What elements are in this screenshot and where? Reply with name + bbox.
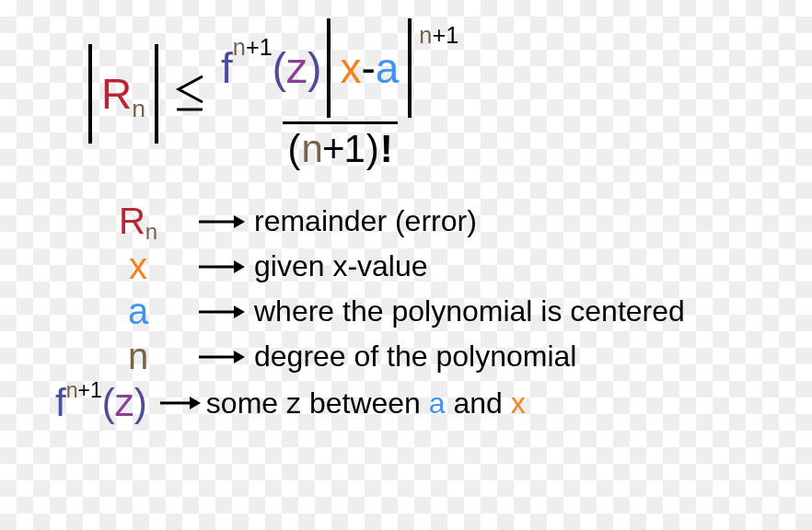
symbol-z: z <box>286 47 307 89</box>
legend: Rn remainder (error) x given x-value a w… <box>83 201 757 425</box>
legend-fz-open: ( <box>102 381 115 425</box>
z-open-paren: ( <box>273 47 286 89</box>
arrow-icon <box>193 348 249 366</box>
legend-symbol-x: x <box>129 246 147 287</box>
arrow-icon <box>158 394 201 412</box>
factorial: ! <box>380 130 392 168</box>
abs-x-minus-a: x-a <box>323 18 415 118</box>
exp-plus1: +1 <box>246 34 273 60</box>
symbol-n-subscript: n <box>132 97 145 121</box>
legend-row-n: n degree of the polynomial <box>83 336 757 377</box>
legend-symbol-R: R <box>119 201 145 242</box>
legend-row-a: a where the polynomial is centered <box>83 291 757 332</box>
symbol-a: a <box>376 47 400 89</box>
fz-desc-x: x <box>511 386 526 420</box>
symbol-minus: - <box>361 47 375 89</box>
fraction: fn+1(z) x-a n+1 (n+1)! <box>215 18 464 168</box>
legend-symbol-n: n <box>128 336 148 377</box>
legend-symbol-f: f <box>55 381 66 425</box>
den-plus1: +1 <box>322 127 365 170</box>
arrow-icon <box>193 303 249 321</box>
legend-desc-a: where the polynomial is centered <box>254 294 685 328</box>
legend-symbol-a: a <box>128 291 148 332</box>
formula-remainder-bound: Rn fn+1(z) x-a n+1 <box>83 18 757 168</box>
legend-symbol-Rn-sub: n <box>145 219 157 245</box>
legend-row-x: x given x-value <box>83 246 757 287</box>
symbol-R: R <box>101 73 132 115</box>
outer-exp-n: n <box>419 22 432 48</box>
svg-marker-6 <box>234 305 245 318</box>
numerator: fn+1(z) x-a n+1 <box>215 18 464 121</box>
legend-fz-exp-plus1: +1 <box>78 378 102 402</box>
arrow-icon <box>193 258 249 276</box>
legend-desc-remainder: remainder (error) <box>254 204 477 238</box>
arrow-icon <box>193 213 249 231</box>
svg-marker-4 <box>234 260 245 273</box>
z-close-paren: ) <box>307 47 321 89</box>
symbol-leq <box>171 71 208 117</box>
abs-Rn: Rn <box>85 44 162 144</box>
den-open: ( <box>288 130 300 168</box>
page: Rn fn+1(z) x-a n+1 <box>0 0 812 425</box>
denominator: (n+1)! <box>283 121 398 168</box>
fz-desc-pre: some z between <box>206 386 429 420</box>
fz-desc-a: a <box>429 386 446 420</box>
legend-desc-x: given x-value <box>254 249 428 283</box>
symbol-x: x <box>340 47 361 89</box>
outer-exp-plus1: +1 <box>432 22 458 48</box>
legend-desc-n: degree of the polynomial <box>254 340 576 374</box>
fz-desc-mid: and <box>446 386 511 420</box>
den-close: ) <box>366 130 378 168</box>
den-n: n <box>302 127 322 170</box>
svg-marker-10 <box>190 397 201 409</box>
legend-symbol-z: z <box>115 381 134 425</box>
svg-marker-2 <box>234 215 245 228</box>
legend-fz-close: ) <box>134 381 147 425</box>
symbol-f: f <box>221 47 233 89</box>
legend-fz-exp-n: n <box>66 378 78 402</box>
legend-row-Rn: Rn remainder (error) <box>83 201 757 242</box>
svg-marker-8 <box>234 351 245 363</box>
exp-n: n <box>233 34 246 60</box>
legend-desc-fz: some z between a and x <box>206 386 526 421</box>
legend-row-fz: fn+1(z) some z between a and x <box>55 381 757 425</box>
